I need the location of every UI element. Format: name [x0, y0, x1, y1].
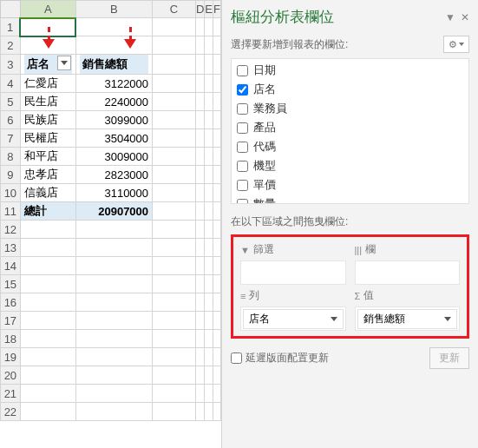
cell-B9[interactable]: 2823000: [75, 166, 152, 184]
cell-E18[interactable]: [205, 330, 213, 348]
cell-D7[interactable]: [195, 129, 204, 148]
row-header-4[interactable]: 4: [1, 75, 21, 93]
cell-A9[interactable]: 忠孝店: [20, 166, 75, 184]
dropdown-icon[interactable]: ▼: [445, 11, 455, 23]
cell-C7[interactable]: [153, 129, 196, 148]
field-checkbox[interactable]: [237, 65, 248, 76]
row-header-15[interactable]: 15: [1, 275, 21, 293]
cell-F17[interactable]: [213, 312, 221, 330]
cell-B4[interactable]: 3122000: [75, 75, 152, 93]
row-header-8[interactable]: 8: [1, 148, 21, 166]
field-item[interactable]: 產品: [235, 118, 465, 137]
row-header-11[interactable]: 11: [1, 202, 21, 221]
cell-F15[interactable]: [213, 275, 221, 293]
cell-F18[interactable]: [213, 330, 221, 348]
cell-B19[interactable]: [75, 348, 152, 366]
cell-A21[interactable]: [20, 385, 75, 403]
row-header-1[interactable]: 1: [1, 18, 21, 36]
field-item[interactable]: 單價: [235, 175, 465, 194]
cell-D10[interactable]: [195, 184, 204, 202]
cell-B2[interactable]: [75, 36, 152, 55]
filter-zone[interactable]: [240, 260, 346, 285]
cell-A4[interactable]: 仁愛店: [20, 75, 75, 93]
cell-A16[interactable]: [20, 293, 75, 312]
cell-E3[interactable]: [205, 55, 213, 75]
cell-B8[interactable]: 3009000: [75, 148, 152, 166]
cell-B10[interactable]: 3110000: [75, 184, 152, 202]
col-header-E[interactable]: E: [205, 1, 213, 18]
cell-E5[interactable]: [205, 93, 213, 111]
dropdown-icon[interactable]: [57, 56, 71, 70]
cell-B18[interactable]: [75, 330, 152, 348]
cell-F4[interactable]: [213, 75, 221, 93]
cell-D4[interactable]: [195, 75, 204, 93]
cell-A20[interactable]: [20, 366, 75, 385]
cell-C8[interactable]: [153, 148, 196, 166]
cell-D12[interactable]: [195, 221, 204, 239]
cell-D22[interactable]: [195, 403, 204, 421]
cell-E14[interactable]: [205, 257, 213, 275]
field-list[interactable]: 日期店名業務員產品代碼機型單價數量: [231, 58, 469, 204]
field-checkbox[interactable]: [237, 142, 248, 153]
row-header-7[interactable]: 7: [1, 129, 21, 148]
cell-F14[interactable]: [213, 257, 221, 275]
cell-D1[interactable]: [195, 18, 204, 36]
cell-B14[interactable]: [75, 257, 152, 275]
cell-F3[interactable]: [213, 55, 221, 75]
cell-D16[interactable]: [195, 293, 204, 312]
cell-A8[interactable]: 和平店: [20, 148, 75, 166]
cell-E4[interactable]: [205, 75, 213, 93]
cell-E16[interactable]: [205, 293, 213, 312]
field-item[interactable]: 店名: [235, 80, 465, 99]
cell-E12[interactable]: [205, 221, 213, 239]
cell-B13[interactable]: [75, 239, 152, 257]
col-header-D[interactable]: D: [195, 1, 204, 18]
cell-F5[interactable]: [213, 93, 221, 111]
cell-B7[interactable]: 3504000: [75, 129, 152, 148]
cell-B11[interactable]: 20907000: [75, 202, 152, 221]
cell-F7[interactable]: [213, 129, 221, 148]
update-button[interactable]: 更新: [429, 347, 469, 369]
cell-A11[interactable]: 總計: [20, 202, 75, 221]
cell-C10[interactable]: [153, 184, 196, 202]
cell-E13[interactable]: [205, 239, 213, 257]
cell-F6[interactable]: [213, 111, 221, 129]
field-checkbox[interactable]: [237, 180, 248, 191]
col-header-C[interactable]: C: [153, 1, 196, 18]
cell-A18[interactable]: [20, 330, 75, 348]
cell-F19[interactable]: [213, 348, 221, 366]
cell-D20[interactable]: [195, 366, 204, 385]
cell-E11[interactable]: [205, 202, 213, 221]
field-checkbox[interactable]: [237, 122, 248, 134]
cell-B15[interactable]: [75, 275, 152, 293]
cell-F20[interactable]: [213, 366, 221, 385]
close-icon[interactable]: ✕: [461, 11, 469, 23]
cell-B6[interactable]: 3099000: [75, 111, 152, 129]
cell-D8[interactable]: [195, 148, 204, 166]
cell-A3[interactable]: 店名: [20, 55, 75, 75]
cell-D6[interactable]: [195, 111, 204, 129]
row-header-18[interactable]: 18: [1, 330, 21, 348]
cell-E1[interactable]: [205, 18, 213, 36]
cell-A10[interactable]: 信義店: [20, 184, 75, 202]
cell-B22[interactable]: [75, 403, 152, 421]
cell-B16[interactable]: [75, 293, 152, 312]
cell-E20[interactable]: [205, 366, 213, 385]
cell-E21[interactable]: [205, 385, 213, 403]
values-zone-item[interactable]: 銷售總額: [357, 309, 458, 329]
row-header-22[interactable]: 22: [1, 403, 21, 421]
cell-C12[interactable]: [153, 221, 196, 239]
cell-D13[interactable]: [195, 239, 204, 257]
columns-zone[interactable]: [355, 260, 461, 285]
cell-C22[interactable]: [153, 403, 196, 421]
cell-C18[interactable]: [153, 330, 196, 348]
cell-F13[interactable]: [213, 239, 221, 257]
field-item[interactable]: 業務員: [235, 99, 465, 118]
gear-button[interactable]: ⚙: [443, 36, 469, 53]
field-item[interactable]: 代碼: [235, 137, 465, 156]
cell-F10[interactable]: [213, 184, 221, 202]
cell-C13[interactable]: [153, 239, 196, 257]
cell-D9[interactable]: [195, 166, 204, 184]
cell-D21[interactable]: [195, 385, 204, 403]
cell-F9[interactable]: [213, 166, 221, 184]
